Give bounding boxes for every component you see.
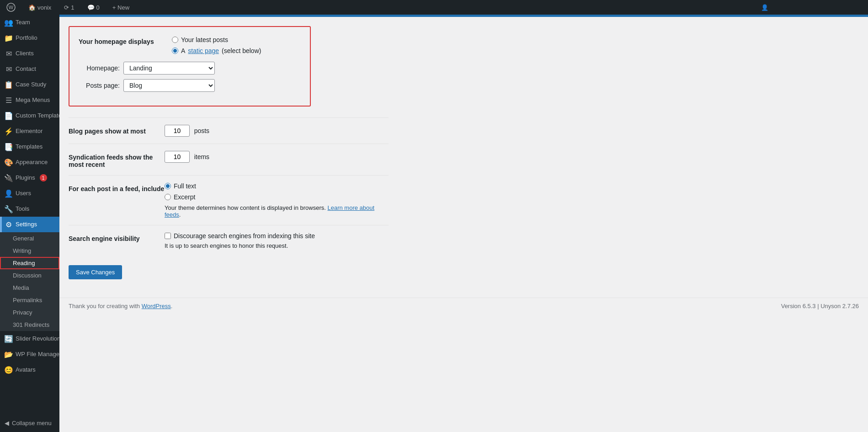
save-changes-button[interactable]: Save Changes bbox=[69, 265, 122, 279]
collapse-menu-button[interactable]: ◀ Collapse menu bbox=[0, 414, 59, 432]
homepage-dropdowns: Homepage: Landing Home About Posts page:… bbox=[79, 62, 301, 92]
sidebar-item-custom-templates[interactable]: 📄 Custom Templates bbox=[0, 108, 59, 123]
radio-full-text-input[interactable] bbox=[165, 183, 171, 189]
users-icon: 👤 bbox=[5, 189, 13, 197]
content-inner: Your homepage displays Your latest posts… bbox=[59, 17, 471, 298]
submenu-discussion[interactable]: Discussion bbox=[0, 269, 59, 282]
homepage-select-row: Homepage: Landing Home About bbox=[79, 62, 301, 75]
posts-page-select[interactable]: Blog News bbox=[123, 79, 215, 92]
sidebar-item-case-study[interactable]: 📋 Case Study bbox=[0, 77, 59, 92]
sidebar-item-settings[interactable]: ⚙ Settings bbox=[0, 217, 59, 232]
site-name: vonix bbox=[37, 4, 51, 11]
syndication-feeds-control: items bbox=[165, 151, 389, 163]
comments-item[interactable]: 💬 0 bbox=[85, 0, 102, 15]
sidebar-item-slider-revolution[interactable]: 🔄 Slider Revolution bbox=[0, 331, 59, 347]
static-page-link[interactable]: static page bbox=[188, 47, 219, 54]
feed-note: Your theme determines how content is dis… bbox=[165, 204, 389, 218]
syndication-feeds-unit: items bbox=[194, 153, 209, 160]
blog-pages-control: posts bbox=[165, 125, 389, 137]
templates-icon: 📑 bbox=[5, 143, 13, 151]
comments-count: 0 bbox=[96, 4, 100, 11]
submenu-reading[interactable]: Reading bbox=[0, 257, 59, 269]
footer-bar: Thank you for creating with WordPress. V… bbox=[59, 298, 868, 314]
sidebar-label-plugins: Plugins bbox=[16, 174, 35, 182]
avatars-icon: 😊 bbox=[5, 366, 13, 374]
wp-file-manager-icon: 📂 bbox=[5, 350, 13, 358]
blog-pages-label: Blog pages show at most bbox=[69, 125, 165, 135]
radio-excerpt-input[interactable] bbox=[165, 194, 171, 200]
sidebar-item-avatars[interactable]: 😊 Avatars bbox=[0, 362, 59, 378]
user-avatar-icon: 👤 bbox=[761, 4, 768, 11]
sidebar-label-mega-menus: Mega Menus bbox=[16, 96, 50, 104]
sidebar-item-tools[interactable]: 🔧 Tools bbox=[0, 201, 59, 217]
sidebar-item-elementor[interactable]: ⚡ Elementor bbox=[0, 123, 59, 139]
search-visibility-control: Discourage search engines from indexing … bbox=[165, 232, 389, 249]
team-icon: 👥 bbox=[5, 18, 13, 27]
homepage-select[interactable]: Landing Home About bbox=[123, 62, 215, 75]
submenu-permalinks[interactable]: Permalinks bbox=[0, 294, 59, 306]
radio-excerpt[interactable]: Excerpt bbox=[165, 193, 389, 201]
wp-logo-item[interactable]: W bbox=[4, 0, 18, 15]
sidebar-label-case-study: Case Study bbox=[16, 81, 46, 89]
sidebar-item-contact[interactable]: ✉ Contact bbox=[0, 61, 59, 77]
sidebar-item-wp-file-manager[interactable]: 📂 WP File Manager bbox=[0, 347, 59, 362]
syndication-feeds-input[interactable] bbox=[165, 151, 190, 163]
site-icon-item[interactable]: 🏠 vonix bbox=[26, 0, 54, 15]
search-visibility-checkbox[interactable] bbox=[165, 233, 171, 239]
sidebar-item-clients[interactable]: ✉ Clients bbox=[0, 46, 59, 61]
collapse-label: Collapse menu bbox=[12, 420, 52, 427]
portfolio-icon: 📁 bbox=[5, 34, 13, 42]
search-visibility-label: Search engine visibility bbox=[69, 232, 165, 242]
collapse-arrow-icon: ◀ bbox=[5, 420, 9, 427]
sidebar-item-appearance[interactable]: 🎨 Appearance bbox=[0, 155, 59, 170]
blog-pages-input[interactable] bbox=[165, 125, 190, 137]
main-layout: 👥 Team 📁 Portfolio ✉ Clients ✉ Contact 📋… bbox=[0, 15, 868, 432]
sidebar-label-avatars: Avatars bbox=[16, 366, 36, 374]
radio-latest-posts-input[interactable] bbox=[172, 37, 178, 43]
radio-static-page-input[interactable] bbox=[172, 48, 178, 54]
posts-page-select-label: Posts page: bbox=[79, 82, 120, 89]
sidebar-label-settings: Settings bbox=[16, 221, 37, 229]
radio-static-page[interactable]: A static page (select below) bbox=[172, 47, 261, 54]
case-study-icon: 📋 bbox=[5, 80, 13, 89]
updates-item[interactable]: ⟳ 1 bbox=[61, 0, 77, 15]
sidebar-item-plugins[interactable]: 🔌 Plugins 1 bbox=[0, 170, 59, 186]
feed-include-options: Full text Excerpt bbox=[165, 182, 389, 201]
sidebar-label-portfolio: Portfolio bbox=[16, 34, 37, 42]
sidebar-label-contact: Contact bbox=[16, 65, 36, 73]
footer-version: Version 6.5.3 | Unyson 2.7.26 bbox=[781, 303, 859, 309]
sidebar-label-users: Users bbox=[16, 190, 31, 197]
radio-latest-posts[interactable]: Your latest posts bbox=[172, 36, 261, 43]
sidebar-item-mega-menus[interactable]: ☰ Mega Menus bbox=[0, 92, 59, 108]
footer-period: . bbox=[171, 303, 173, 309]
elementor-icon: ⚡ bbox=[5, 127, 13, 135]
sidebar-label-team: Team bbox=[16, 19, 30, 27]
tools-icon: 🔧 bbox=[5, 205, 13, 213]
plugins-badge: 1 bbox=[40, 174, 47, 181]
admin-user-item[interactable]: 👤 bbox=[758, 4, 864, 11]
radio-static-page-label-a: A bbox=[181, 47, 185, 54]
submenu-privacy[interactable]: Privacy bbox=[0, 306, 59, 319]
new-item[interactable]: + New bbox=[110, 0, 132, 15]
submenu-general[interactable]: General bbox=[0, 232, 59, 245]
posts-page-select-row: Posts page: Blog News bbox=[79, 79, 301, 92]
sidebar-item-templates[interactable]: 📑 Templates bbox=[0, 139, 59, 155]
feed-include-control: Full text Excerpt Your theme determines … bbox=[165, 182, 389, 218]
submenu-media[interactable]: Media bbox=[0, 282, 59, 294]
submenu-301-redirects[interactable]: 301 Redirects bbox=[0, 319, 59, 331]
sidebar-item-portfolio[interactable]: 📁 Portfolio bbox=[0, 30, 59, 46]
search-visibility-checkbox-label[interactable]: Discourage search engines from indexing … bbox=[165, 232, 389, 240]
top-blue-bar bbox=[59, 15, 868, 17]
appearance-icon: 🎨 bbox=[5, 158, 13, 166]
homepage-displays-label: Your homepage displays bbox=[79, 36, 161, 45]
footer-wordpress-link[interactable]: WordPress bbox=[142, 303, 171, 309]
sidebar-item-users[interactable]: 👤 Users bbox=[0, 186, 59, 201]
new-label: + New bbox=[112, 4, 129, 11]
blog-pages-row: Blog pages show at most posts bbox=[69, 117, 389, 144]
slider-revolution-icon: 🔄 bbox=[5, 335, 13, 343]
submenu-writing[interactable]: Writing bbox=[0, 245, 59, 257]
sidebar-label-custom-templates: Custom Templates bbox=[16, 112, 59, 120]
radio-static-page-label-rest: (select below) bbox=[222, 47, 261, 54]
radio-full-text[interactable]: Full text bbox=[165, 182, 389, 190]
sidebar-item-team[interactable]: 👥 Team bbox=[0, 15, 59, 30]
